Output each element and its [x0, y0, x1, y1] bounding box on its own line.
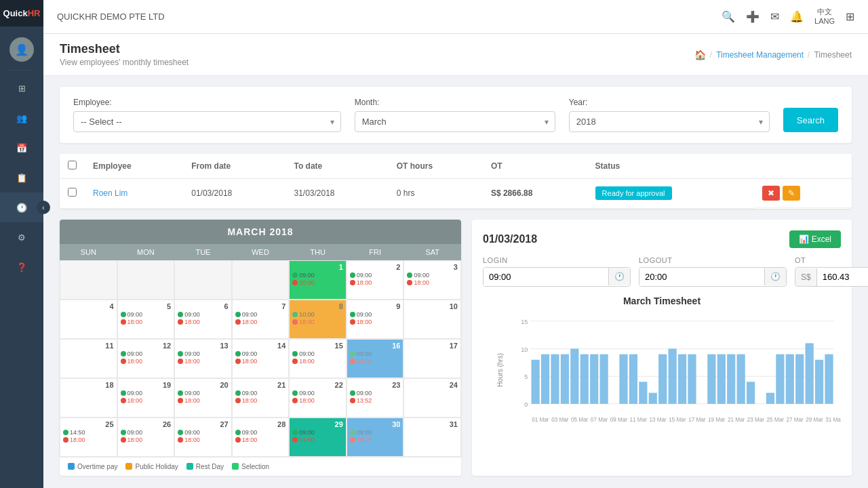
calendar-cell[interactable]: 1509:0018:00	[289, 339, 347, 378]
header-checkbox-col	[60, 154, 85, 179]
sidebar-item-reports[interactable]: 📋	[0, 163, 43, 192]
sidebar-item-calendar[interactable]: 📅	[0, 133, 43, 163]
calendar-cell[interactable]: 2209:0018:00	[289, 378, 347, 418]
cal-logout-dot	[350, 437, 355, 443]
cal-login-time: 09:00	[350, 350, 401, 357]
cal-date-number: 13	[178, 342, 229, 350]
calendar-cell[interactable]: 2609:0018:00	[117, 418, 175, 457]
calendar-cell[interactable]: 24	[403, 378, 461, 418]
calendar-cell[interactable]: 2909:0021:00	[289, 418, 347, 457]
home-icon[interactable]: 🏠	[694, 49, 706, 60]
header-ot-hours: OT hours	[389, 154, 483, 179]
grid-icon[interactable]: ⊞	[846, 10, 854, 23]
excel-icon: 📊	[799, 235, 809, 244]
calendar-cell[interactable]: 2809:0018:00	[232, 418, 290, 457]
language-selector[interactable]: 中文 LANG	[814, 7, 835, 25]
month-select[interactable]: JanuaryFebruaryMarchApril MayJuneJulyAug…	[355, 111, 555, 132]
cal-logout-value: 18:00	[299, 319, 315, 325]
calendar-cell[interactable]: 1409:0018:00	[232, 339, 290, 378]
login-clock-icon[interactable]: 🕐	[608, 268, 630, 285]
cal-date-number: 30	[350, 420, 401, 428]
add-icon[interactable]: ➕	[746, 10, 760, 23]
calendar-cell[interactable]: 1209:0018:00	[117, 339, 175, 378]
cal-date-number: 18	[63, 381, 114, 389]
calendar-cell[interactable]: 17	[403, 339, 461, 378]
sidebar-item-employees[interactable]: 👥	[0, 103, 43, 133]
status-badge: Ready for approval	[595, 186, 672, 200]
excel-button[interactable]: 📊 Excel	[789, 230, 841, 248]
calendar-cell[interactable]: 609:0018:00	[174, 300, 232, 339]
calendar-cell[interactable]: 509:0018:00	[117, 300, 175, 339]
cal-logout-value: 18:00	[357, 279, 372, 286]
employee-select[interactable]: -- Select --	[73, 111, 341, 132]
calendar-cell[interactable]: 309:0018:00	[403, 260, 461, 300]
cal-logout-dot	[292, 319, 298, 325]
chart-bar	[561, 354, 569, 403]
svg-text:09 Mar: 09 Mar	[610, 417, 628, 423]
calendar-cell[interactable]: 10	[403, 300, 461, 339]
sidebar-toggle[interactable]: ‹	[37, 201, 50, 214]
mail-icon[interactable]: ✉	[770, 10, 779, 23]
employee-name-link[interactable]: Roen Lim	[93, 188, 127, 198]
select-all-checkbox[interactable]	[68, 161, 77, 169]
cal-date-number: 11	[63, 342, 114, 350]
calendar-cell[interactable]: 2109:0018:00	[232, 378, 290, 418]
cal-date-number: 2	[350, 263, 401, 271]
calendar-cell[interactable]: 18	[60, 378, 117, 418]
delete-button[interactable]: ✖	[762, 186, 780, 201]
sidebar-item-timesheet[interactable]: 🕐 ‹	[0, 192, 43, 222]
calendar-cell[interactable]: 209:0018:00	[347, 260, 404, 300]
calendar-cell[interactable]: 4	[60, 300, 117, 339]
cal-logout-time: 21:00	[292, 436, 343, 443]
calendar-cell[interactable]: 909:0018:00	[347, 300, 404, 339]
bell-icon[interactable]: 🔔	[790, 10, 804, 23]
user-avatar[interactable]: 👤	[9, 37, 34, 62]
login-input[interactable]	[484, 268, 608, 286]
calendar-cell[interactable]: 2514:5018:00	[60, 418, 117, 457]
cal-login-time: 09:00	[292, 390, 343, 396]
logout-input[interactable]	[639, 268, 764, 286]
calendar-legend: Overtime pay Public Holiday Rest Day Sel…	[60, 457, 461, 476]
cal-logout-value: 18:00	[127, 397, 143, 404]
calendar-cell[interactable]	[60, 260, 117, 300]
calendar-cell[interactable]: 2709:0018:00	[174, 418, 232, 457]
edit-action-button[interactable]: ✎	[783, 186, 800, 201]
calendar-cell[interactable]: 1609:0020:00	[347, 339, 404, 378]
calendar-cell[interactable]	[174, 260, 232, 300]
breadcrumb-timesheet-management[interactable]: Timesheet Management	[716, 50, 804, 60]
table-row: Roen Lim 01/03/2018 31/03/2018 0 hrs S$ …	[60, 179, 852, 209]
chart-bar	[639, 382, 647, 404]
year-select[interactable]: 20162017201820192020	[569, 111, 770, 132]
calendar-cell[interactable]: 2009:0018:00	[174, 378, 232, 418]
sidebar-item-settings[interactable]: ⚙	[0, 222, 43, 252]
calendar-cell[interactable]: 31	[403, 418, 461, 457]
calendar-cell[interactable]: 3009:0018:00	[347, 418, 404, 457]
calendar-cell[interactable]	[232, 260, 290, 300]
calendar-cell[interactable]: 709:0018:00	[232, 300, 290, 339]
cal-logout-time: 18:00	[121, 358, 172, 365]
calendar-cell[interactable]: 109:0020:00	[289, 260, 347, 300]
sidebar-item-dashboard[interactable]: ⊞	[0, 73, 43, 103]
row-select-checkbox[interactable]	[68, 188, 77, 197]
logout-input-wrapper: 🕐	[639, 267, 787, 287]
calendar-cell[interactable]: 1909:0018:00	[117, 378, 175, 418]
login-field-group: LOGIN 🕐	[483, 256, 631, 287]
cal-logout-dot	[292, 437, 298, 443]
logout-clock-icon[interactable]: 🕐	[764, 268, 786, 285]
cal-login-value: 09:00	[299, 429, 315, 436]
calendar-cell[interactable]	[117, 260, 175, 300]
cal-login-value: 09:00	[357, 390, 372, 396]
search-icon[interactable]: 🔍	[722, 10, 735, 23]
filter-row: Employee: -- Select -- Month: JanuaryFeb…	[73, 98, 838, 132]
cal-logout-time: 18:00	[292, 358, 343, 365]
search-button[interactable]: Search	[783, 108, 838, 132]
chart-bar	[737, 354, 745, 403]
calendar-cell[interactable]: 1309:0018:00	[174, 339, 232, 378]
chart-bar	[570, 348, 578, 403]
calendar-cell[interactable]: 11	[60, 339, 117, 378]
calendar-cell[interactable]: 2309:0013:52	[347, 378, 404, 418]
excel-label: Excel	[812, 235, 831, 244]
calendar-cell[interactable]: 810:0018:00	[289, 300, 347, 339]
ot-input[interactable]	[817, 268, 868, 286]
sidebar-item-help[interactable]: ❓	[0, 252, 43, 282]
